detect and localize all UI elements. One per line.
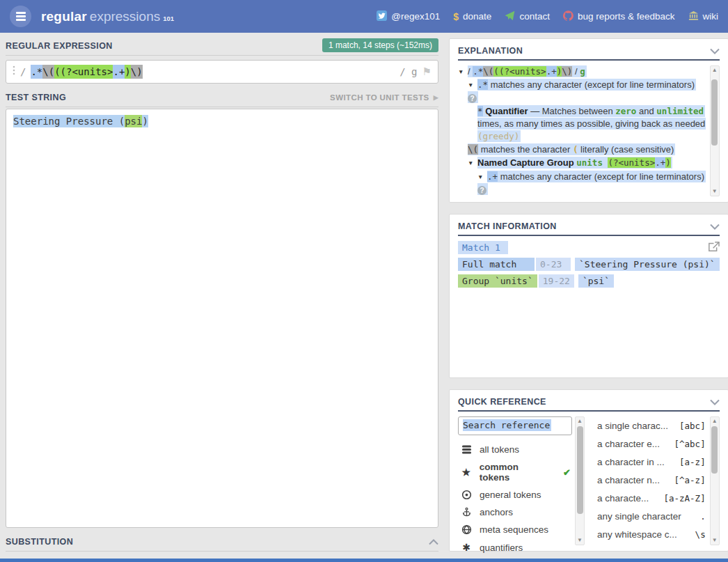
explanation-content: ▼/ .*\(((?<units>.+)\) / g▼.* matches an… (458, 65, 706, 196)
drag-handle-icon[interactable] (13, 65, 15, 79)
scroll-down-icon[interactable]: ▼ (712, 537, 718, 544)
explanation-segment: .+ (546, 66, 557, 77)
asterisk-icon: ✱ (461, 542, 472, 553)
category-item-all-tokens[interactable]: all tokens (458, 441, 572, 458)
reference-token-item[interactable]: a single charac...[abc] (596, 416, 707, 435)
regex-token: \) (131, 65, 143, 79)
reference-token-item[interactable]: a character e...[^abc] (596, 435, 707, 453)
quick-reference-title: QUICK REFERENCE (458, 397, 546, 407)
match-information-panel: MATCH INFORMATION Match 1 Full match0-23… (449, 214, 728, 378)
logo-expressions: expressions (90, 9, 160, 24)
token-description: a character in ... (597, 457, 674, 467)
category-label: meta sequences (480, 524, 548, 535)
chevron-down-icon[interactable] (710, 224, 720, 230)
nav-item-label: @regex101 (391, 11, 440, 22)
twitter-icon (377, 10, 387, 23)
nav-item-donate[interactable]: $donate (453, 11, 491, 22)
scroll-up-icon[interactable]: ▲ (712, 418, 718, 425)
token-description: a character n... (597, 475, 669, 485)
match-row: Group `units`19-22`psi` (458, 274, 720, 288)
logo-101: 101 (163, 15, 174, 22)
token-description: any whitespace c... (597, 529, 690, 540)
match-rows: Full match0-23`Steering Pressure (psi)`G… (458, 258, 720, 288)
token-code: . (700, 511, 706, 522)
menu-button[interactable] (10, 6, 31, 27)
scroll-down-icon[interactable]: ▼ (577, 537, 583, 544)
reference-token-list: a single charac...[abc]a character e...[… (596, 416, 707, 543)
scroll-down-icon[interactable]: ▼ (712, 188, 718, 195)
category-item-general-tokens[interactable]: general tokens (458, 486, 572, 504)
nav-item-contact[interactable]: contact (505, 10, 550, 23)
explanation-segment: (greedy) (477, 131, 519, 141)
explanation-row: ▼Named Capture Group units (?<units>.+) (458, 157, 706, 169)
full-match-highlight-end: ) (142, 115, 148, 127)
explanation-row-text: Named Capture Group units (?<units>.+) (477, 157, 672, 169)
match-row-range: 19-22 (539, 274, 574, 288)
match-row-value: `Steering Pressure (psi)` (575, 258, 720, 271)
reference-token-item[interactable]: any whitespace c...\s (596, 525, 707, 543)
category-item-anchors[interactable]: anchors (458, 504, 572, 521)
explanation-segment: g (580, 66, 585, 77)
chevron-down-icon[interactable] (710, 48, 720, 54)
token-description: a character e... (597, 439, 669, 449)
explanation-segment: ((?<units> (493, 66, 546, 77)
scrollbar-thumb[interactable] (711, 79, 718, 146)
regex-token: .* (31, 65, 42, 79)
token-code: [a-zA-Z] (663, 493, 705, 504)
header-nav: @regex101$donatecontactbug reports & fee… (377, 10, 718, 23)
regex-input[interactable]: / .*\(((?<units>.+)\) / g ⚑ (6, 60, 438, 84)
scroll-up-icon[interactable]: ▲ (712, 67, 718, 74)
collapse-arrow-icon[interactable]: ▼ (477, 173, 487, 182)
category-label: quantifiers (480, 543, 523, 553)
regex-delimiter-open: / (20, 66, 26, 77)
category-item-quantifiers[interactable]: ✱quantifiers (458, 538, 572, 556)
nav-item-wiki[interactable]: wiki (688, 10, 719, 23)
scroll-up-icon[interactable]: ▲ (577, 418, 583, 425)
chevron-down-icon[interactable] (710, 399, 720, 405)
reference-token-item[interactable]: a character n...[^a-z] (596, 471, 707, 489)
explanation-segment: matches any character (except for line t… (488, 79, 695, 90)
regex-section-header: REGULAR EXPRESSION 1 match, 14 steps (~1… (6, 38, 438, 56)
globe-icon (461, 524, 472, 535)
chevron-up-icon[interactable] (429, 539, 438, 545)
regex-pattern[interactable]: .*\(((?<units>.+)\) (31, 66, 395, 77)
collapse-arrow-icon[interactable]: ▼ (458, 68, 468, 77)
regex-token: ((?<units> (54, 65, 113, 79)
explanation-scrollbar[interactable]: ▲ ▼ (710, 65, 720, 196)
reference-token-item[interactable]: a character in ...[a-z] (596, 453, 707, 471)
export-matches-icon[interactable] (708, 242, 720, 254)
reference-categories: all tokens★common tokens✔general tokensa… (458, 441, 572, 556)
collapse-arrow-icon[interactable]: ▼ (468, 81, 477, 90)
collapse-arrow-icon[interactable]: ▼ (468, 159, 477, 168)
right-column: EXPLANATION ▼/ .*\(((?<units>.+)\) / g▼.… (449, 38, 728, 552)
search-reference-input[interactable]: Search reference (458, 416, 572, 435)
help-icon[interactable]: ? (477, 186, 486, 195)
reference-token-item[interactable]: a characte...[a-zA-Z] (596, 489, 707, 507)
token-code: [abc] (679, 421, 706, 431)
regex-token: ) (125, 65, 130, 79)
test-string-input[interactable]: Steering Pressure (psi) (6, 109, 438, 528)
explanation-segment: Quantifier (485, 106, 528, 116)
category-item-common-tokens[interactable]: ★common tokens✔ (458, 458, 572, 486)
match-row-range: 0-23 (536, 258, 571, 271)
circle-dot-icon (461, 490, 472, 500)
flags-icon[interactable]: ⚑ (422, 65, 432, 78)
reference-token-item[interactable]: any single character. (596, 507, 707, 525)
explanation-row: * Quantifier — Matches between zero and … (458, 105, 706, 143)
footer-bar (0, 559, 728, 562)
nav-item-bug-reports-feedback[interactable]: bug reports & feedback (563, 10, 675, 23)
substitution-section-header: SUBSTITUTION (6, 535, 438, 552)
explanation-panel-header: EXPLANATION (458, 46, 720, 61)
help-icon[interactable]: ? (468, 94, 477, 103)
token-list-scrollbar[interactable]: ▲ ▼ (710, 416, 720, 545)
switch-to-unit-tests-link[interactable]: SWITCH TO UNIT TESTS ▶ (330, 93, 438, 102)
category-item-meta-sequences[interactable]: meta sequences (458, 521, 572, 538)
categories-scrollbar[interactable]: ▲ ▼ (575, 416, 585, 545)
logo[interactable]: regular expressions 101 (41, 9, 174, 24)
nav-item--regex101[interactable]: @regex101 (377, 10, 440, 23)
explanation-segment: (?<units> (608, 157, 655, 168)
token-code: [a-z] (679, 457, 706, 467)
regex-token: \( (42, 65, 54, 79)
explanation-segment: .+ (487, 171, 498, 182)
match-information-panel-header: MATCH INFORMATION (458, 221, 720, 236)
